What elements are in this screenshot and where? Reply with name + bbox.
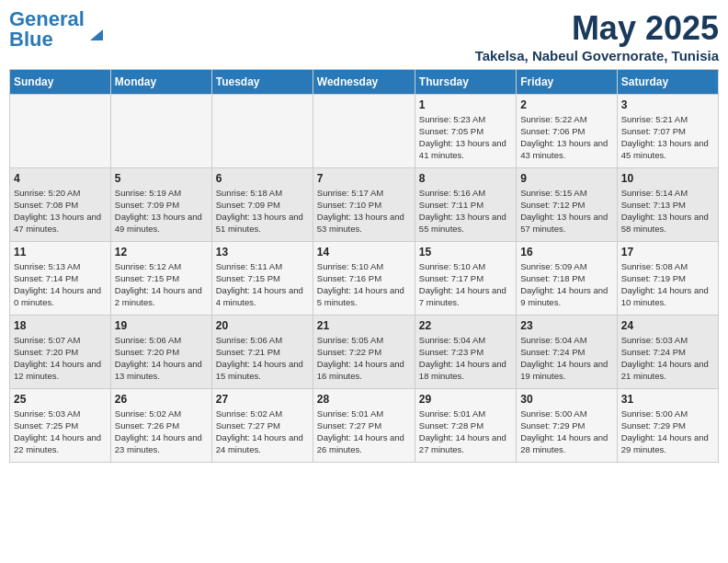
calendar-cell: 1Sunrise: 5:23 AM Sunset: 7:05 PM Daylig… (415, 95, 516, 168)
calendar-cell: 8Sunrise: 5:16 AM Sunset: 7:11 PM Daylig… (415, 168, 516, 242)
day-number: 16 (520, 245, 612, 259)
day-number: 19 (115, 318, 208, 333)
cell-info: Sunrise: 5:20 AM Sunset: 7:08 PM Dayligh… (14, 188, 107, 235)
calendar-cell: 6Sunrise: 5:18 AM Sunset: 7:09 PM Daylig… (211, 168, 313, 242)
day-number: 1 (419, 98, 512, 112)
day-number: 18 (14, 318, 107, 333)
day-number: 6 (216, 171, 309, 186)
logo-blue: Blue (9, 28, 53, 51)
cell-info: Sunrise: 5:22 AM Sunset: 7:06 PM Dayligh… (520, 114, 612, 161)
calendar-cell: 10Sunrise: 5:14 AM Sunset: 7:13 PM Dayli… (617, 168, 718, 242)
calendar-cell: 26Sunrise: 5:02 AM Sunset: 7:26 PM Dayli… (110, 389, 211, 463)
svg-marker-0 (90, 29, 103, 40)
cell-info: Sunrise: 5:08 AM Sunset: 7:19 PM Dayligh… (621, 261, 714, 308)
calendar-cell: 23Sunrise: 5:04 AM Sunset: 7:24 PM Dayli… (517, 316, 617, 389)
cell-info: Sunrise: 5:03 AM Sunset: 7:25 PM Dayligh… (14, 408, 107, 455)
cell-info: Sunrise: 5:19 AM Sunset: 7:09 PM Dayligh… (115, 188, 208, 235)
weekday-header-thursday: Thursday (415, 70, 516, 95)
cell-info: Sunrise: 5:15 AM Sunset: 7:12 PM Dayligh… (520, 188, 612, 235)
calendar-cell: 31Sunrise: 5:00 AM Sunset: 7:29 PM Dayli… (617, 389, 718, 463)
cell-info: Sunrise: 5:02 AM Sunset: 7:27 PM Dayligh… (216, 408, 309, 455)
weekday-header-monday: Monday (110, 70, 211, 95)
calendar-cell (10, 95, 111, 168)
calendar-cell: 30Sunrise: 5:00 AM Sunset: 7:29 PM Dayli… (517, 389, 617, 463)
calendar-cell: 20Sunrise: 5:06 AM Sunset: 7:21 PM Dayli… (211, 316, 313, 389)
cell-info: Sunrise: 5:18 AM Sunset: 7:09 PM Dayligh… (216, 188, 309, 235)
calendar-cell: 18Sunrise: 5:07 AM Sunset: 7:20 PM Dayli… (10, 316, 111, 389)
location-title: Takelsa, Nabeul Governorate, Tunisia (475, 48, 719, 63)
cell-info: Sunrise: 5:00 AM Sunset: 7:29 PM Dayligh… (520, 408, 612, 455)
calendar-cell: 19Sunrise: 5:06 AM Sunset: 7:20 PM Dayli… (110, 316, 211, 389)
calendar-cell: 29Sunrise: 5:01 AM Sunset: 7:28 PM Dayli… (415, 389, 516, 463)
calendar-week-2: 4Sunrise: 5:20 AM Sunset: 7:08 PM Daylig… (10, 168, 719, 242)
day-number: 28 (317, 392, 411, 407)
calendar-cell: 22Sunrise: 5:04 AM Sunset: 7:23 PM Dayli… (415, 316, 516, 389)
day-number: 20 (216, 318, 309, 333)
cell-info: Sunrise: 5:02 AM Sunset: 7:26 PM Dayligh… (115, 408, 208, 455)
cell-info: Sunrise: 5:06 AM Sunset: 7:20 PM Dayligh… (115, 335, 208, 382)
cell-info: Sunrise: 5:17 AM Sunset: 7:10 PM Dayligh… (317, 188, 411, 235)
cell-info: Sunrise: 5:09 AM Sunset: 7:18 PM Dayligh… (520, 261, 612, 308)
calendar-cell: 25Sunrise: 5:03 AM Sunset: 7:25 PM Dayli… (10, 389, 111, 463)
calendar-cell: 13Sunrise: 5:11 AM Sunset: 7:15 PM Dayli… (211, 242, 313, 316)
day-number: 11 (14, 245, 107, 259)
cell-info: Sunrise: 5:00 AM Sunset: 7:29 PM Dayligh… (621, 408, 714, 455)
page-header: General Blue May 2025 Takelsa, Nabeul Go… (9, 9, 719, 63)
cell-info: Sunrise: 5:01 AM Sunset: 7:28 PM Dayligh… (419, 408, 512, 455)
calendar-body: 1Sunrise: 5:23 AM Sunset: 7:05 PM Daylig… (10, 95, 719, 463)
weekday-header-saturday: Saturday (617, 70, 718, 95)
day-number: 31 (621, 392, 714, 407)
day-number: 21 (317, 318, 411, 333)
logo-text: General Blue (9, 9, 85, 50)
cell-info: Sunrise: 5:12 AM Sunset: 7:15 PM Dayligh… (115, 261, 208, 308)
calendar-cell: 21Sunrise: 5:05 AM Sunset: 7:22 PM Dayli… (313, 316, 415, 389)
calendar-cell: 12Sunrise: 5:12 AM Sunset: 7:15 PM Dayli… (110, 242, 211, 316)
calendar-cell (110, 95, 211, 168)
calendar-cell (313, 95, 415, 168)
cell-info: Sunrise: 5:05 AM Sunset: 7:22 PM Dayligh… (317, 335, 411, 382)
day-number: 24 (621, 318, 714, 333)
calendar-cell: 24Sunrise: 5:03 AM Sunset: 7:24 PM Dayli… (617, 316, 718, 389)
day-number: 9 (520, 171, 612, 186)
weekday-row: SundayMondayTuesdayWednesdayThursdayFrid… (10, 70, 719, 95)
calendar-table: SundayMondayTuesdayWednesdayThursdayFrid… (9, 69, 719, 463)
day-number: 10 (621, 171, 714, 186)
calendar-week-5: 25Sunrise: 5:03 AM Sunset: 7:25 PM Dayli… (10, 389, 719, 463)
calendar-cell (211, 95, 313, 168)
weekday-header-friday: Friday (517, 70, 617, 95)
day-number: 26 (115, 392, 208, 407)
logo: General Blue (9, 9, 103, 50)
cell-info: Sunrise: 5:10 AM Sunset: 7:16 PM Dayligh… (317, 261, 411, 308)
day-number: 3 (621, 98, 714, 112)
day-number: 30 (520, 392, 612, 407)
day-number: 17 (621, 245, 714, 259)
day-number: 29 (419, 392, 512, 407)
calendar-header: SundayMondayTuesdayWednesdayThursdayFrid… (10, 70, 719, 95)
cell-info: Sunrise: 5:03 AM Sunset: 7:24 PM Dayligh… (621, 335, 714, 382)
cell-info: Sunrise: 5:10 AM Sunset: 7:17 PM Dayligh… (419, 261, 512, 308)
weekday-header-sunday: Sunday (10, 70, 111, 95)
day-number: 4 (14, 171, 107, 186)
day-number: 2 (520, 98, 612, 112)
day-number: 15 (419, 245, 512, 259)
calendar-week-3: 11Sunrise: 5:13 AM Sunset: 7:14 PM Dayli… (10, 242, 719, 316)
calendar-cell: 5Sunrise: 5:19 AM Sunset: 7:09 PM Daylig… (110, 168, 211, 242)
cell-info: Sunrise: 5:13 AM Sunset: 7:14 PM Dayligh… (14, 261, 107, 308)
logo-icon (86, 26, 103, 42)
cell-info: Sunrise: 5:06 AM Sunset: 7:21 PM Dayligh… (216, 335, 309, 382)
calendar-cell: 3Sunrise: 5:21 AM Sunset: 7:07 PM Daylig… (617, 95, 718, 168)
cell-info: Sunrise: 5:21 AM Sunset: 7:07 PM Dayligh… (621, 114, 714, 161)
cell-info: Sunrise: 5:07 AM Sunset: 7:20 PM Dayligh… (14, 335, 107, 382)
day-number: 5 (115, 171, 208, 186)
month-title: May 2025 (475, 9, 719, 48)
title-section: May 2025 Takelsa, Nabeul Governorate, Tu… (475, 9, 719, 63)
weekday-header-tuesday: Tuesday (211, 70, 313, 95)
calendar-cell: 2Sunrise: 5:22 AM Sunset: 7:06 PM Daylig… (517, 95, 617, 168)
calendar-week-1: 1Sunrise: 5:23 AM Sunset: 7:05 PM Daylig… (10, 95, 719, 168)
day-number: 23 (520, 318, 612, 333)
cell-info: Sunrise: 5:04 AM Sunset: 7:24 PM Dayligh… (520, 335, 612, 382)
calendar-cell: 16Sunrise: 5:09 AM Sunset: 7:18 PM Dayli… (517, 242, 617, 316)
cell-info: Sunrise: 5:01 AM Sunset: 7:27 PM Dayligh… (317, 408, 411, 455)
day-number: 22 (419, 318, 512, 333)
calendar-cell: 27Sunrise: 5:02 AM Sunset: 7:27 PM Dayli… (211, 389, 313, 463)
